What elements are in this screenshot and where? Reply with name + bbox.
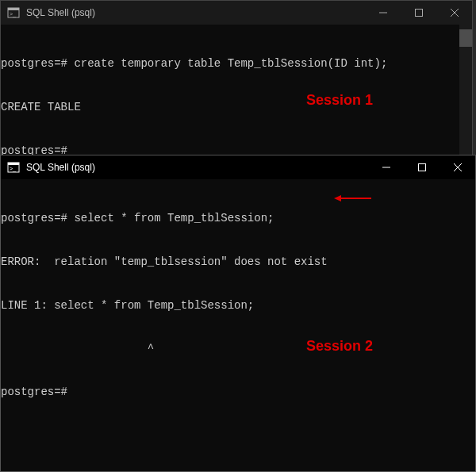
terminal-window-1: >_ SQL Shell (psql) postgres=# create te… bbox=[0, 0, 473, 159]
maximize-button[interactable] bbox=[404, 155, 440, 179]
minimize-button[interactable] bbox=[368, 155, 404, 179]
terminal-line: ERROR: relation "temp_tblsession" does n… bbox=[1, 255, 475, 269]
window-title: SQL Shell (psql) bbox=[26, 7, 95, 18]
titlebar[interactable]: >_ SQL Shell (psql) bbox=[1, 1, 472, 25]
annotation-arrow bbox=[334, 195, 371, 201]
svg-rect-8 bbox=[8, 163, 19, 165]
terminal-content[interactable]: postgres=# create temporary table Temp_t… bbox=[1, 25, 472, 158]
maximize-button[interactable] bbox=[401, 1, 436, 25]
titlebar[interactable]: >_ SQL Shell (psql) bbox=[1, 155, 475, 179]
terminal-line: postgres=# select * from Temp_tblSession… bbox=[1, 211, 475, 225]
svg-text:>_: >_ bbox=[10, 166, 16, 172]
terminal-line: postgres=# bbox=[1, 385, 475, 399]
session-label-2: Session 2 bbox=[306, 338, 373, 355]
window-title: SQL Shell (psql) bbox=[26, 162, 95, 173]
svg-rect-4 bbox=[415, 10, 422, 17]
terminal-line: LINE 1: select * from Temp_tblSession; bbox=[1, 298, 475, 313]
minimize-button[interactable] bbox=[365, 1, 401, 25]
terminal-content[interactable]: postgres=# select * from Temp_tblSession… bbox=[1, 179, 475, 471]
close-button[interactable] bbox=[440, 155, 475, 179]
terminal-window-2: >_ SQL Shell (psql) postgres=# select * … bbox=[0, 155, 476, 472]
svg-rect-11 bbox=[418, 164, 425, 171]
svg-text:>_: >_ bbox=[10, 11, 16, 17]
scrollbar[interactable] bbox=[459, 25, 472, 158]
scrollbar-thumb[interactable] bbox=[459, 29, 472, 47]
terminal-line: postgres=# create temporary table Temp_t… bbox=[1, 56, 472, 71]
app-icon: >_ bbox=[7, 161, 20, 174]
close-button[interactable] bbox=[436, 1, 472, 25]
terminal-line: ^ bbox=[1, 341, 475, 355]
svg-rect-1 bbox=[8, 8, 19, 10]
terminal-line: CREATE TABLE bbox=[1, 100, 472, 114]
session-label-1: Session 1 bbox=[306, 92, 373, 109]
app-icon: >_ bbox=[7, 6, 20, 19]
